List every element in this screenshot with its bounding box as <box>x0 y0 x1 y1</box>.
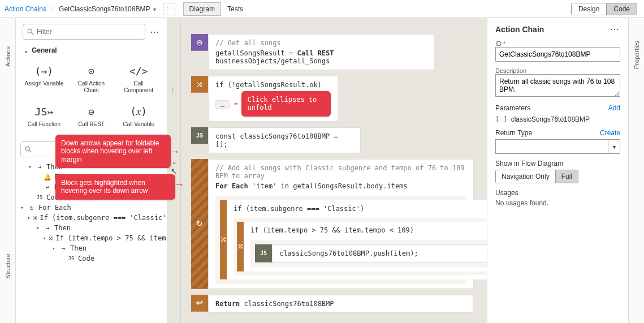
foreach-block[interactable]: ↻ // Add all songs with Classic subgenre… <box>191 159 473 289</box>
left-panel: ⋯ ⌄ General (→)Assign Variable ⊙Call Act… <box>16 18 167 323</box>
if-handle-icon[interactable]: ⤮ <box>237 222 244 272</box>
nested-if-block-2[interactable]: ⤮ if (item.tempo > 75 && item.tempo < 10… <box>234 218 486 275</box>
tree-label: For Each <box>38 204 71 212</box>
tree-caret-icon[interactable]: ▾ <box>27 215 30 221</box>
tree-node-icon: → <box>59 245 68 252</box>
return-handle-icon[interactable]: ↩ <box>191 295 208 312</box>
fold-handle[interactable]: 〉 <box>171 86 178 96</box>
js-handle-icon[interactable]: JS <box>255 244 272 262</box>
tree-row[interactable]: ▾→Then <box>19 223 163 233</box>
rail-actions[interactable]: Actions <box>5 46 11 67</box>
palette-call-function[interactable]: JS↣Call Function <box>20 102 68 131</box>
svg-line-1 <box>32 33 34 35</box>
nested-js-block[interactable]: JS classicSongs76to108BMP.push(item); <box>250 240 487 267</box>
filter-input[interactable] <box>34 28 141 36</box>
code-line: if (item.tempo > 75 && item.tempo < 109) <box>250 226 487 234</box>
rail-structure[interactable]: Structure <box>5 253 11 279</box>
tree-label: Code <box>78 255 94 262</box>
rail-properties[interactable]: Properties <box>633 41 640 69</box>
description-input[interactable]: Return all classic songs with 76 to 108 … <box>495 74 620 97</box>
code-line: if (item.subgenre === 'Classic') <box>234 205 486 213</box>
tree-node-icon: ↻ <box>27 204 36 212</box>
return-type-dropdown[interactable]: ▾ <box>608 139 620 154</box>
filter-input-wrapper[interactable] <box>23 24 145 40</box>
tree-node-icon: 🔔 <box>43 174 52 181</box>
parameters-label: Parameters <box>495 104 530 112</box>
design-code-toggle: Design Code <box>571 3 637 15</box>
call-function-icon: JS↣ <box>35 105 54 118</box>
return-type-input[interactable] <box>495 139 608 154</box>
flow-navigation-only[interactable]: Navigation Only <box>496 170 555 183</box>
nested-if-block[interactable]: ⤮ if (item.subgenre === 'Classic') ⤮ if … <box>215 196 466 284</box>
id-input[interactable] <box>495 47 620 62</box>
callout-ellipses: Click ellipses to unfold <box>241 91 331 117</box>
tree-label: Then <box>70 244 87 252</box>
code-toggle[interactable]: Code <box>606 3 637 15</box>
tree-caret-icon[interactable]: ▾ <box>51 246 57 251</box>
right-rail: Properties <box>628 18 644 323</box>
tree-label: Then <box>54 224 71 232</box>
tab-tests[interactable]: Tests <box>221 2 249 16</box>
code-line: if (!getallSongsResult.ok) <box>215 81 331 89</box>
if-block[interactable]: ⤮ if (!getallSongsResult.ok) … ← Click e… <box>191 76 473 122</box>
tree-caret-icon[interactable]: ▾ <box>35 225 41 231</box>
design-toggle[interactable]: Design <box>572 3 606 15</box>
parameter-item[interactable]: classicSongs76to108BMP <box>511 115 590 123</box>
palette-call-rest[interactable]: ⊖Call REST <box>68 102 115 131</box>
foreach-handle-icon[interactable]: ↻ <box>191 159 208 289</box>
if-handle-icon[interactable]: ⤮ <box>220 200 227 279</box>
js-block[interactable]: JS const classicSongs76to108BMP = []; <box>191 127 473 153</box>
add-parameter-link[interactable]: Add <box>608 104 620 112</box>
arrow-right-icon: → <box>170 146 180 158</box>
palette-label: Call Variable <box>123 121 154 128</box>
code-comment: // Get all songs <box>215 39 427 47</box>
tree-node-icon: JS <box>67 256 76 261</box>
tree-caret-icon[interactable]: ▾ <box>43 235 46 241</box>
call-rest-block[interactable]: ⊖ // Get all songs getallSongsResult = C… <box>191 34 473 70</box>
usages-label: Usages <box>495 189 620 197</box>
nav-next-button[interactable]: 〉 <box>163 3 175 15</box>
code-line: Return classicSongs76to108BMP <box>215 300 466 308</box>
more-button[interactable]: ⋯ <box>149 27 160 37</box>
panel-title: Action Chain <box>495 25 544 34</box>
flow-full[interactable]: Full <box>555 170 578 183</box>
tree-row[interactable]: ▾→Then <box>19 243 163 253</box>
tab-diagram[interactable]: Diagram <box>183 2 221 16</box>
rest-handle-icon[interactable]: ⊖ <box>191 34 208 51</box>
breadcrumb-current[interactable]: GetClassicSongs76to108BMP ▾ <box>59 5 156 13</box>
svg-point-2 <box>25 147 29 150</box>
palette-assign-variable[interactable]: (→)Assign Variable <box>20 61 68 97</box>
assign-variable-icon: (→) <box>35 64 54 77</box>
palette-call-action-chain[interactable]: ⊙Call Action Chain <box>68 61 115 97</box>
chevron-down-icon: ⌄ <box>24 48 28 54</box>
tree-row[interactable]: ▾⤮If (item.tempo > 75 && item.tempo <box>19 233 163 243</box>
caret-down-icon[interactable]: ▾ <box>153 6 156 12</box>
ellipsis-unfold[interactable]: … <box>215 100 230 109</box>
breadcrumb-root[interactable]: Action Chains <box>5 5 46 13</box>
diagram-canvas[interactable]: 〉 ⌄ ↖ ⊖ // Get all songs getallSongsResu… <box>167 18 487 323</box>
left-rail: Actions Structure <box>0 18 16 323</box>
panel-more-button[interactable]: ⋯ <box>609 24 620 35</box>
tree-caret-icon[interactable]: ▾ <box>27 164 33 170</box>
palette-call-component[interactable]: </>Call Component <box>115 61 162 97</box>
palette-call-variable[interactable]: (𝑥)Call Variable <box>115 102 162 131</box>
tree-row[interactable]: ▾⤮If (item.subgenre === 'Classic') <box>19 213 163 223</box>
tree-caret-icon[interactable]: ▾ <box>19 205 25 210</box>
tree-label: If (item.subgenre === 'Classic') <box>40 214 167 222</box>
general-section-title: General <box>32 46 57 54</box>
fold-handle[interactable]: ⌄ <box>171 158 177 166</box>
return-block[interactable]: ↩ Return classicSongs76to108BMP <box>191 295 473 313</box>
flow-diagram-label: Show in Flow Diagram <box>495 160 620 167</box>
usages-empty: No usages found. <box>495 199 620 207</box>
js-handle-icon[interactable]: JS <box>191 127 208 144</box>
chevron-right-icon: 〉 <box>50 5 55 13</box>
tree-node-icon: → <box>43 225 52 232</box>
create-type-link[interactable]: Create <box>600 129 620 137</box>
tree-row[interactable]: JSCode <box>19 253 163 264</box>
id-label: ID* <box>495 40 620 47</box>
tree-node-icon: → <box>35 163 44 171</box>
code-line: classicSongs76to108BMP.push(item); <box>279 249 487 257</box>
tree-row[interactable]: ▾↻For Each <box>19 203 163 213</box>
if-handle-icon[interactable]: ⤮ <box>191 76 208 93</box>
general-section-header[interactable]: ⌄ General <box>16 43 167 58</box>
